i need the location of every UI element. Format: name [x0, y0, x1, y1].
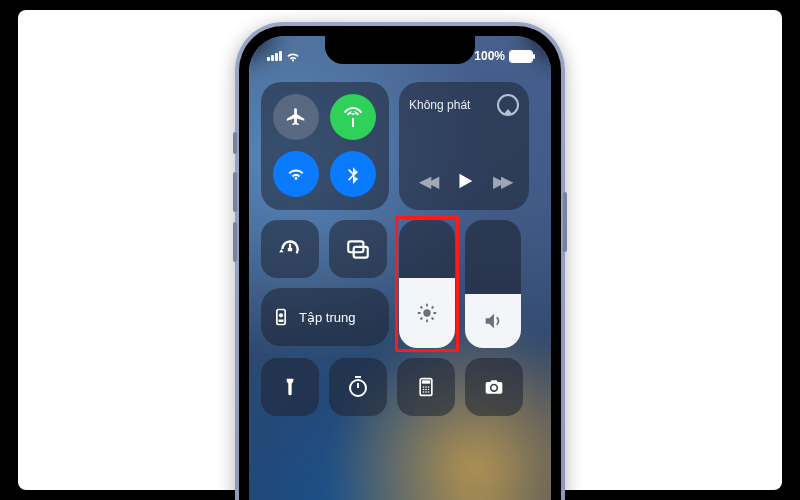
airplane-mode-toggle[interactable]: [273, 94, 319, 140]
brightness-slider[interactable]: [399, 220, 455, 348]
svg-point-5: [423, 309, 430, 316]
cellular-signal-icon: [267, 51, 282, 61]
connectivity-tile[interactable]: [261, 82, 389, 210]
volume-slider[interactable]: [465, 220, 521, 348]
svg-point-25: [423, 391, 425, 393]
play-button[interactable]: [453, 170, 475, 192]
svg-point-24: [428, 389, 430, 391]
flashlight-icon: [280, 375, 300, 399]
focus-label: Tập trung: [299, 310, 355, 325]
camera-button[interactable]: [465, 358, 523, 416]
svg-point-27: [428, 391, 430, 393]
svg-point-3: [279, 313, 283, 317]
camera-icon: [482, 377, 506, 397]
power-button: [563, 192, 567, 252]
mute-switch: [233, 132, 237, 154]
airplay-icon[interactable]: [497, 94, 519, 116]
wifi-status-icon: [286, 51, 300, 62]
svg-line-13: [432, 306, 434, 308]
phone-frame: 100%: [235, 22, 565, 500]
screen-mirroring-button[interactable]: [329, 220, 387, 278]
calculator-button[interactable]: [397, 358, 455, 416]
svg-point-21: [428, 386, 430, 388]
svg-rect-4: [279, 320, 284, 323]
volume-down-button: [233, 222, 237, 262]
battery-icon: [509, 50, 533, 63]
svg-point-22: [423, 389, 425, 391]
focus-icon: [271, 307, 291, 327]
svg-point-19: [423, 386, 425, 388]
cellular-icon: [341, 105, 365, 129]
rotation-lock-icon: [277, 236, 303, 262]
focus-button[interactable]: Tập trung: [261, 288, 389, 346]
svg-point-23: [425, 389, 427, 391]
svg-point-26: [425, 391, 427, 393]
wifi-icon: [285, 163, 307, 185]
control-center: Không phát ◀◀ ▶▶: [261, 82, 539, 416]
brightness-icon: [416, 302, 438, 324]
wifi-toggle[interactable]: [273, 151, 319, 197]
media-tile[interactable]: Không phát ◀◀ ▶▶: [399, 82, 529, 210]
timer-icon: [346, 375, 370, 399]
svg-line-11: [432, 317, 434, 319]
flashlight-button[interactable]: [261, 358, 319, 416]
previous-track-button[interactable]: ◀◀: [419, 172, 435, 191]
timer-button[interactable]: [329, 358, 387, 416]
rotation-lock-button[interactable]: [261, 220, 319, 278]
svg-line-12: [420, 317, 422, 319]
volume-up-button: [233, 172, 237, 212]
canvas: 100%: [0, 0, 800, 500]
screen-mirroring-icon: [345, 236, 371, 262]
svg-rect-18: [422, 380, 430, 383]
battery-percent: 100%: [474, 49, 505, 63]
cellular-data-toggle[interactable]: [330, 94, 376, 140]
bluetooth-toggle[interactable]: [330, 151, 376, 197]
media-title: Không phát: [409, 98, 470, 112]
speaker-icon: [482, 310, 504, 332]
airplane-icon: [285, 106, 307, 128]
phone-screen: 100%: [249, 36, 551, 500]
bluetooth-icon: [343, 163, 363, 185]
calculator-icon: [416, 375, 436, 399]
phone-bezel: 100%: [239, 26, 561, 500]
phone-notch: [325, 36, 475, 64]
svg-point-20: [425, 386, 427, 388]
next-track-button[interactable]: ▶▶: [493, 172, 509, 191]
svg-line-10: [420, 306, 422, 308]
